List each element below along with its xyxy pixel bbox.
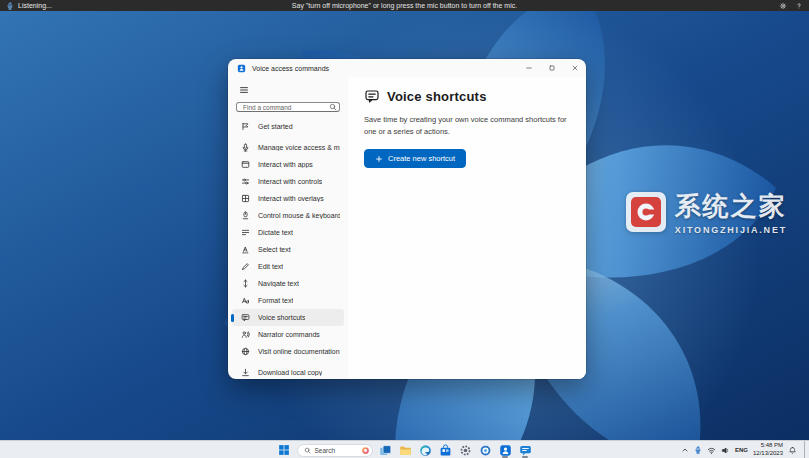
voice-status: Listening... bbox=[18, 2, 52, 9]
sidebar-item-label: Edit text bbox=[258, 263, 283, 270]
clock-date: 12/13/2023 bbox=[753, 450, 783, 458]
sidebar-item-select-text[interactable]: Select text bbox=[232, 241, 344, 258]
content-title: Voice shortcuts bbox=[387, 89, 487, 104]
taskbar-task-view-icon[interactable] bbox=[378, 442, 393, 458]
microphone-icon[interactable] bbox=[6, 2, 14, 10]
sidebar-item-label: Interact with apps bbox=[258, 161, 313, 168]
voice-settings-gear-icon[interactable] bbox=[779, 2, 787, 10]
controls-icon bbox=[241, 177, 253, 186]
mouse-keyboard-icon bbox=[241, 211, 253, 220]
download-icon bbox=[241, 368, 253, 377]
sidebar-item-interact-with-overlays[interactable]: Interact with overlays bbox=[232, 190, 344, 207]
watermark-domain: XITONGZHIJIA.NET bbox=[675, 225, 787, 235]
voice-access-bar: Listening... Say "turn off microphone" o… bbox=[0, 0, 809, 11]
overlays-icon bbox=[241, 194, 253, 203]
taskbar-store-icon[interactable] bbox=[438, 442, 453, 458]
sidebar-item-visit-online-documentation[interactable]: Visit online documentation bbox=[232, 343, 344, 360]
search-icon bbox=[326, 103, 339, 111]
sidebar-item-label: Narrator commands bbox=[258, 331, 320, 338]
notification-bell-icon[interactable] bbox=[788, 446, 797, 455]
minimize-button[interactable] bbox=[517, 59, 540, 77]
voice-access-app-icon bbox=[237, 64, 246, 73]
dictate-icon bbox=[241, 228, 253, 237]
content-description: Save time by creating your own voice com… bbox=[364, 114, 570, 137]
sidebar-item-label: Download local copy bbox=[258, 369, 322, 376]
tray-chevron-up-icon[interactable] bbox=[681, 446, 689, 454]
format-text-icon bbox=[241, 296, 253, 305]
search-input[interactable] bbox=[237, 104, 326, 111]
sidebar-item-label: Manage voice access & mic bbox=[258, 144, 340, 151]
sidebar-item-navigate-text[interactable]: Navigate text bbox=[232, 275, 344, 292]
voice-access-commands-window: Voice access commands Get startedManage … bbox=[228, 59, 586, 379]
sidebar-item-label: Visit online documentation bbox=[258, 348, 340, 355]
sidebar-item-label: Interact with controls bbox=[258, 178, 322, 185]
navigate-text-icon bbox=[241, 279, 253, 288]
taskbar-search[interactable]: Search bbox=[297, 444, 373, 457]
sidebar-item-voice-shortcuts[interactable]: Voice shortcuts bbox=[232, 309, 344, 326]
select-text-icon bbox=[241, 245, 253, 254]
clock-time: 5:48 PM bbox=[753, 442, 783, 450]
search-icon bbox=[304, 447, 311, 454]
sidebar-item-interact-with-controls[interactable]: Interact with controls bbox=[232, 173, 344, 190]
narrator-icon bbox=[241, 330, 253, 339]
sidebar-item-format-text[interactable]: Format text bbox=[232, 292, 344, 309]
clock[interactable]: 5:48 PM 12/13/2023 bbox=[753, 442, 783, 458]
sidebar-item-interact-with-apps[interactable]: Interact with apps bbox=[232, 156, 344, 173]
apps-icon bbox=[241, 160, 253, 169]
taskbar-settings-icon[interactable] bbox=[458, 442, 473, 458]
start-button[interactable] bbox=[277, 443, 292, 458]
sidebar-item-dictate-text[interactable]: Dictate text bbox=[232, 224, 344, 241]
taskbar-edge-icon[interactable] bbox=[418, 442, 433, 458]
wifi-icon[interactable] bbox=[707, 446, 716, 455]
close-button[interactable] bbox=[563, 59, 586, 77]
create-shortcut-button[interactable]: Create new shortcut bbox=[364, 149, 466, 168]
sidebar-item-label: Get started bbox=[258, 123, 293, 130]
search-highlights-icon bbox=[361, 446, 370, 455]
taskbar-search-label: Search bbox=[315, 447, 357, 454]
taskbar-file-explorer-icon[interactable] bbox=[398, 442, 413, 458]
sidebar-nav-list: Get startedManage voice access & micInte… bbox=[228, 118, 348, 343]
sidebar-item-narrator-commands[interactable]: Narrator commands bbox=[232, 326, 344, 343]
sidebar-item-label: Select text bbox=[258, 246, 291, 253]
taskbar-voice-commands-icon[interactable] bbox=[518, 442, 533, 458]
sidebar-item-download-local-copy[interactable]: Download local copy bbox=[232, 364, 344, 379]
watermark: 系统之家 XITONGZHIJIA.NET bbox=[626, 192, 787, 235]
system-tray: ENG 5:48 PM 12/13/2023 bbox=[681, 441, 807, 458]
xitongzhijia-logo bbox=[626, 192, 666, 232]
sidebar-item-label: Dictate text bbox=[258, 229, 293, 236]
sidebar-item-get-started[interactable]: Get started bbox=[232, 118, 344, 135]
language-indicator[interactable]: ENG bbox=[735, 447, 748, 453]
voice-hint: Say "turn off microphone" or long press … bbox=[292, 0, 517, 11]
sidebar-footer-list: Visit online documentationDownload local… bbox=[228, 343, 348, 379]
edit-text-icon bbox=[241, 262, 253, 271]
maximize-button[interactable] bbox=[540, 59, 563, 77]
taskbar-apps bbox=[378, 442, 533, 458]
sidebar-item-label: Interact with overlays bbox=[258, 195, 324, 202]
sidebar-item-label: Format text bbox=[258, 297, 293, 304]
show-desktop-button[interactable] bbox=[804, 441, 807, 458]
sidebar-item-label: Voice shortcuts bbox=[258, 314, 305, 321]
taskbar-photos-icon[interactable] bbox=[478, 442, 493, 458]
taskbar-voice-access-icon[interactable] bbox=[498, 442, 513, 458]
watermark-brand: 系统之家 bbox=[675, 192, 787, 221]
find-command-search[interactable] bbox=[236, 102, 340, 112]
volume-icon[interactable] bbox=[721, 446, 730, 455]
voice-shortcuts-icon bbox=[241, 313, 253, 322]
globe-icon bbox=[241, 347, 253, 356]
mic-icon bbox=[241, 143, 253, 152]
window-title: Voice access commands bbox=[252, 65, 329, 72]
get-started-icon bbox=[241, 122, 253, 131]
plus-icon bbox=[375, 155, 383, 163]
sidebar-item-manage-voice-access-mic[interactable]: Manage voice access & mic bbox=[232, 139, 344, 156]
sidebar-item-label: Control mouse & keyboard bbox=[258, 212, 340, 219]
desktop-screen: Listening... Say "turn off microphone" o… bbox=[0, 0, 809, 458]
commands-sidebar: Get startedManage voice access & micInte… bbox=[228, 77, 348, 379]
hamburger-menu-icon[interactable] bbox=[239, 85, 348, 95]
voice-shortcuts-heading-icon bbox=[364, 88, 380, 104]
window-titlebar[interactable]: Voice access commands bbox=[228, 59, 586, 77]
sidebar-item-edit-text[interactable]: Edit text bbox=[232, 258, 344, 275]
voice-shortcuts-panel: Voice shortcuts Save time by creating yo… bbox=[348, 77, 586, 379]
sidebar-item-control-mouse-keyboard[interactable]: Control mouse & keyboard bbox=[232, 207, 344, 224]
voice-help-icon[interactable] bbox=[795, 2, 803, 10]
tray-mic-icon[interactable] bbox=[694, 446, 702, 454]
